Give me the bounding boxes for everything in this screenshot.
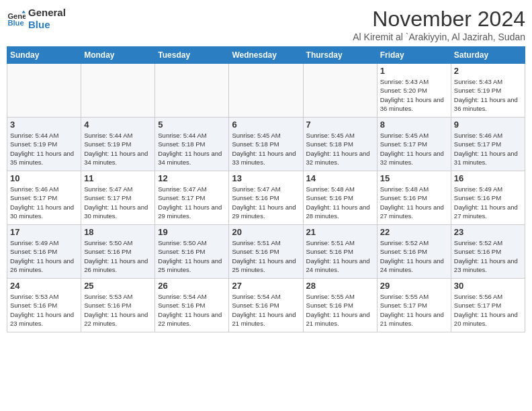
day-number: 8: [380, 120, 448, 130]
day-info: Sunrise: 5:43 AMSunset: 5:20 PMDaylight:…: [380, 77, 448, 113]
day-info: Sunrise: 5:51 AMSunset: 5:16 PMDaylight:…: [232, 238, 300, 274]
day-info: Sunrise: 5:54 AMSunset: 5:16 PMDaylight:…: [158, 292, 226, 328]
calendar-cell: 21Sunrise: 5:51 AMSunset: 5:16 PMDayligh…: [303, 225, 377, 279]
calendar-week-row: 24Sunrise: 5:53 AMSunset: 5:16 PMDayligh…: [7, 279, 525, 332]
calendar-cell: 15Sunrise: 5:48 AMSunset: 5:16 PMDayligh…: [377, 171, 451, 225]
calendar-cell: 12Sunrise: 5:47 AMSunset: 5:17 PMDayligh…: [155, 171, 229, 225]
svg-text:Blue: Blue: [7, 19, 24, 27]
day-info: Sunrise: 5:45 AMSunset: 5:18 PMDaylight:…: [232, 131, 300, 167]
day-number: 9: [454, 120, 522, 130]
day-info: Sunrise: 5:51 AMSunset: 5:16 PMDaylight:…: [306, 238, 374, 274]
logo: General Blue General Blue: [7, 7, 66, 31]
logo-icon: General Blue: [7, 9, 26, 28]
day-info: Sunrise: 5:46 AMSunset: 5:17 PMDaylight:…: [10, 185, 78, 220]
calendar-cell: 27Sunrise: 5:54 AMSunset: 5:16 PMDayligh…: [229, 279, 303, 332]
day-info: Sunrise: 5:48 AMSunset: 5:16 PMDaylight:…: [306, 185, 374, 220]
calendar-cell: [155, 64, 229, 118]
calendar-cell: 14Sunrise: 5:48 AMSunset: 5:16 PMDayligh…: [303, 171, 377, 225]
day-info: Sunrise: 5:50 AMSunset: 5:16 PMDaylight:…: [84, 238, 152, 274]
calendar-week-row: 10Sunrise: 5:46 AMSunset: 5:17 PMDayligh…: [7, 171, 525, 225]
logo-general: General: [28, 7, 66, 19]
weekday-header-saturday: Saturday: [451, 47, 525, 64]
day-info: Sunrise: 5:47 AMSunset: 5:17 PMDaylight:…: [158, 185, 226, 220]
day-info: Sunrise: 5:50 AMSunset: 5:16 PMDaylight:…: [158, 238, 226, 274]
calendar-cell: 19Sunrise: 5:50 AMSunset: 5:16 PMDayligh…: [155, 225, 229, 279]
day-info: Sunrise: 5:44 AMSunset: 5:19 PMDaylight:…: [10, 131, 78, 167]
day-info: Sunrise: 5:53 AMSunset: 5:16 PMDaylight:…: [84, 292, 152, 328]
day-number: 6: [232, 120, 300, 130]
day-number: 22: [380, 227, 448, 237]
day-number: 14: [306, 173, 374, 183]
day-number: 23: [454, 227, 522, 237]
day-info: Sunrise: 5:44 AMSunset: 5:19 PMDaylight:…: [84, 131, 152, 167]
weekday-header-tuesday: Tuesday: [155, 47, 229, 64]
day-number: 24: [10, 281, 78, 291]
day-number: 11: [84, 173, 152, 183]
day-info: Sunrise: 5:47 AMSunset: 5:17 PMDaylight:…: [84, 185, 152, 220]
day-number: 16: [454, 173, 522, 183]
day-number: 28: [306, 281, 374, 291]
day-info: Sunrise: 5:52 AMSunset: 5:16 PMDaylight:…: [380, 238, 448, 274]
day-number: 5: [158, 120, 226, 130]
calendar-cell: 2Sunrise: 5:43 AMSunset: 5:19 PMDaylight…: [451, 64, 525, 118]
day-number: 25: [84, 281, 152, 291]
calendar-cell: 25Sunrise: 5:53 AMSunset: 5:16 PMDayligh…: [81, 279, 155, 332]
weekday-header-friday: Friday: [377, 47, 451, 64]
calendar-table: SundayMondayTuesdayWednesdayThursdayFrid…: [7, 46, 525, 332]
calendar-cell: 29Sunrise: 5:55 AMSunset: 5:17 PMDayligh…: [377, 279, 451, 332]
calendar-week-row: 1Sunrise: 5:43 AMSunset: 5:20 PMDaylight…: [7, 64, 525, 118]
calendar-cell: 3Sunrise: 5:44 AMSunset: 5:19 PMDaylight…: [7, 118, 81, 171]
calendar-cell: 6Sunrise: 5:45 AMSunset: 5:18 PMDaylight…: [229, 118, 303, 171]
calendar-cell: 7Sunrise: 5:45 AMSunset: 5:18 PMDaylight…: [303, 118, 377, 171]
location-subtitle: Al Kiremit al `Arakiyyin, Al Jazirah, Su…: [353, 32, 525, 42]
day-number: 10: [10, 173, 78, 183]
weekday-header-monday: Monday: [81, 47, 155, 64]
day-info: Sunrise: 5:48 AMSunset: 5:16 PMDaylight:…: [380, 185, 448, 220]
day-info: Sunrise: 5:47 AMSunset: 5:16 PMDaylight:…: [232, 185, 300, 220]
calendar-cell: 17Sunrise: 5:49 AMSunset: 5:16 PMDayligh…: [7, 225, 81, 279]
calendar-cell: 24Sunrise: 5:53 AMSunset: 5:16 PMDayligh…: [7, 279, 81, 332]
calendar-cell: 4Sunrise: 5:44 AMSunset: 5:19 PMDaylight…: [81, 118, 155, 171]
title-block: November 2024 Al Kiremit al `Arakiyyin, …: [353, 7, 525, 42]
calendar-cell: 11Sunrise: 5:47 AMSunset: 5:17 PMDayligh…: [81, 171, 155, 225]
calendar-cell: 23Sunrise: 5:52 AMSunset: 5:16 PMDayligh…: [451, 225, 525, 279]
day-number: 17: [10, 227, 78, 237]
calendar-cell: [7, 64, 81, 118]
day-info: Sunrise: 5:55 AMSunset: 5:16 PMDaylight:…: [306, 292, 374, 328]
calendar-cell: 5Sunrise: 5:44 AMSunset: 5:18 PMDaylight…: [155, 118, 229, 171]
day-number: 12: [158, 173, 226, 183]
day-info: Sunrise: 5:43 AMSunset: 5:19 PMDaylight:…: [454, 77, 522, 113]
day-number: 7: [306, 120, 374, 130]
calendar-week-row: 17Sunrise: 5:49 AMSunset: 5:16 PMDayligh…: [7, 225, 525, 279]
weekday-header-row: SundayMondayTuesdayWednesdayThursdayFrid…: [7, 47, 525, 64]
day-info: Sunrise: 5:46 AMSunset: 5:17 PMDaylight:…: [454, 131, 522, 167]
day-number: 15: [380, 173, 448, 183]
day-info: Sunrise: 5:45 AMSunset: 5:17 PMDaylight:…: [380, 131, 448, 167]
day-info: Sunrise: 5:44 AMSunset: 5:18 PMDaylight:…: [158, 131, 226, 167]
day-info: Sunrise: 5:49 AMSunset: 5:16 PMDaylight:…: [454, 185, 522, 220]
day-number: 3: [10, 120, 78, 130]
day-number: 27: [232, 281, 300, 291]
calendar-week-row: 3Sunrise: 5:44 AMSunset: 5:19 PMDaylight…: [7, 118, 525, 171]
day-number: 13: [232, 173, 300, 183]
day-number: 30: [454, 281, 522, 291]
day-number: 21: [306, 227, 374, 237]
day-number: 26: [158, 281, 226, 291]
day-info: Sunrise: 5:53 AMSunset: 5:16 PMDaylight:…: [10, 292, 78, 328]
calendar-cell: 9Sunrise: 5:46 AMSunset: 5:17 PMDaylight…: [451, 118, 525, 171]
logo-blue: Blue: [28, 19, 66, 31]
day-info: Sunrise: 5:56 AMSunset: 5:17 PMDaylight:…: [454, 292, 522, 328]
calendar-cell: [303, 64, 377, 118]
day-info: Sunrise: 5:54 AMSunset: 5:16 PMDaylight:…: [232, 292, 300, 328]
day-number: 18: [84, 227, 152, 237]
day-number: 4: [84, 120, 152, 130]
day-number: 1: [380, 66, 448, 76]
calendar-cell: 26Sunrise: 5:54 AMSunset: 5:16 PMDayligh…: [155, 279, 229, 332]
day-number: 2: [454, 66, 522, 76]
calendar-cell: 16Sunrise: 5:49 AMSunset: 5:16 PMDayligh…: [451, 171, 525, 225]
calendar-cell: [81, 64, 155, 118]
calendar-cell: 20Sunrise: 5:51 AMSunset: 5:16 PMDayligh…: [229, 225, 303, 279]
calendar-cell: 10Sunrise: 5:46 AMSunset: 5:17 PMDayligh…: [7, 171, 81, 225]
weekday-header-wednesday: Wednesday: [229, 47, 303, 64]
calendar-cell: 22Sunrise: 5:52 AMSunset: 5:16 PMDayligh…: [377, 225, 451, 279]
